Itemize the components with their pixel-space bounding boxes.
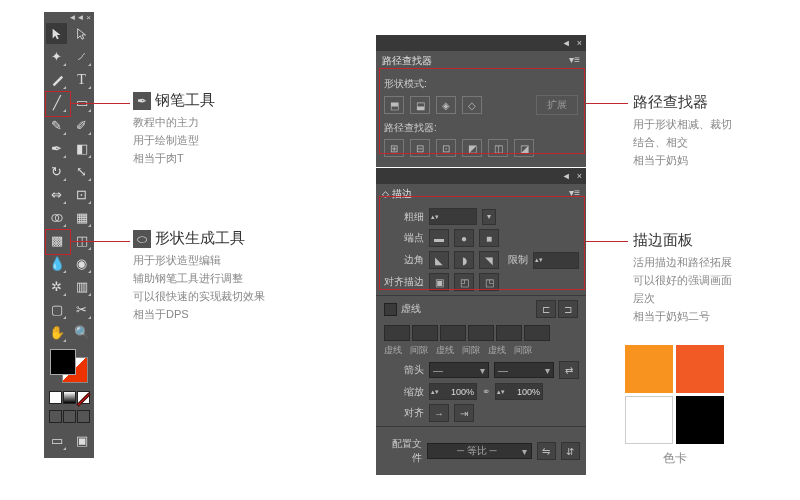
align-center[interactable]: ▣: [429, 273, 449, 291]
selection-tool[interactable]: [46, 23, 67, 44]
outline-icon[interactable]: ◫: [488, 139, 508, 157]
align-outside[interactable]: ◳: [479, 273, 499, 291]
scale-tool[interactable]: ⤡: [71, 161, 92, 182]
align-tip[interactable]: →: [429, 404, 449, 422]
width-tool[interactable]: ⇔: [46, 184, 67, 205]
cap-round[interactable]: ●: [454, 229, 474, 247]
scale-label: 缩放: [382, 385, 424, 399]
shape-builder-tool[interactable]: [46, 207, 67, 228]
corner-round[interactable]: ◗: [454, 251, 474, 269]
fill-gradient[interactable]: [63, 391, 76, 404]
draw-behind[interactable]: [63, 410, 76, 423]
merge-icon[interactable]: ⊡: [436, 139, 456, 157]
dash-align[interactable]: ⊐: [558, 300, 578, 318]
close-icon[interactable]: ×: [86, 14, 91, 22]
scale-start[interactable]: ▴▾100%: [429, 383, 477, 400]
direct-select-tool[interactable]: [71, 23, 92, 44]
leader-line: [586, 103, 628, 104]
draw-inside[interactable]: [77, 410, 90, 423]
collapse-icon[interactable]: ◄◄: [68, 14, 84, 22]
pf-annotation: 路径查找器 用于形状相减、裁切结合、相交相当于奶妈: [633, 93, 800, 169]
flip-x[interactable]: ⇋: [537, 442, 556, 460]
menu-icon[interactable]: ▾≡: [563, 184, 586, 204]
corner-bevel[interactable]: ◥: [479, 251, 499, 269]
align-end[interactable]: ⇥: [454, 404, 474, 422]
line-tool[interactable]: ╱: [46, 92, 67, 113]
pen-tool[interactable]: [46, 69, 67, 90]
pathfinder-tab[interactable]: 路径查找器: [376, 51, 438, 71]
mesh-tool[interactable]: ▩: [46, 230, 67, 251]
fill-mode-row: [49, 391, 90, 404]
limit-input[interactable]: ▴▾: [533, 252, 579, 269]
color-swatch-darkorange: [676, 345, 724, 393]
stroke-tab[interactable]: ◇ 描边: [376, 184, 418, 204]
dash-input[interactable]: [496, 325, 522, 341]
dash-input[interactable]: [384, 325, 410, 341]
dash-input[interactable]: [440, 325, 466, 341]
fill-none[interactable]: [77, 391, 90, 404]
arrow-start[interactable]: — ▾: [429, 362, 489, 378]
rotate-tool[interactable]: ↻: [46, 161, 67, 182]
hand-tool[interactable]: ✋: [46, 322, 67, 343]
unite-icon[interactable]: ⬒: [384, 96, 404, 114]
perspective-tool[interactable]: ▦: [71, 207, 92, 228]
collapse-icon[interactable]: ◄: [562, 171, 571, 181]
intersect-icon[interactable]: ◈: [436, 96, 456, 114]
graph-tool[interactable]: ▥: [71, 276, 92, 297]
blend-tool[interactable]: ◉: [71, 253, 92, 274]
brush-tool[interactable]: ✎: [46, 115, 67, 136]
blob-brush-tool[interactable]: ✒: [46, 138, 67, 159]
exclude-icon[interactable]: ◇: [462, 96, 482, 114]
scale-end[interactable]: ▴▾100%: [495, 383, 543, 400]
trim-icon[interactable]: ⊟: [410, 139, 430, 157]
gap-input[interactable]: [524, 325, 550, 341]
arrow-end[interactable]: — ▾: [494, 362, 554, 378]
menu-icon[interactable]: ▾≡: [563, 51, 586, 71]
gap-input[interactable]: [412, 325, 438, 341]
cap-square[interactable]: ■: [479, 229, 499, 247]
profile-select[interactable]: ─ 等比 ─▾: [427, 443, 532, 459]
shape-annotation: ⬭形状生成工具 用于形状造型编辑辅助钢笔工具进行调整可以很快速的实现裁切效果相当…: [133, 229, 303, 323]
pencil-tool[interactable]: ✐: [71, 115, 92, 136]
swap-arrows[interactable]: ⇄: [559, 361, 579, 379]
corner-label: 边角: [382, 253, 424, 267]
symbol-tool[interactable]: ✲: [46, 276, 67, 297]
artboard-tool[interactable]: ▢: [46, 299, 67, 320]
draw-normal[interactable]: [49, 410, 62, 423]
stroke-annotation: 描边面板 活用描边和路径拓展可以很好的强调画面层次相当于奶妈二号: [633, 231, 800, 325]
screen-mode-2[interactable]: ▣: [71, 430, 92, 451]
stroke-panel: ◄× ◇ 描边▾≡ 粗细▴▾▾ 端点▬●■ 边角◣◗◥限制▴▾ 对齐描边▣◰◳ …: [376, 168, 586, 475]
divide-icon[interactable]: ⊞: [384, 139, 404, 157]
type-tool[interactable]: T: [71, 69, 92, 90]
leader-line: [586, 241, 628, 242]
close-icon[interactable]: ×: [577, 38, 582, 48]
dash-preserve[interactable]: ⊏: [536, 300, 556, 318]
dash-checkbox[interactable]: [384, 303, 397, 316]
eraser-tool[interactable]: ◧: [71, 138, 92, 159]
corner-miter[interactable]: ◣: [429, 251, 449, 269]
screen-mode[interactable]: ▭: [46, 430, 67, 451]
expand-button[interactable]: 扩展: [536, 95, 578, 115]
zoom-tool[interactable]: 🔍: [71, 322, 92, 343]
weight-input[interactable]: ▴▾: [429, 208, 477, 225]
color-swatch[interactable]: [47, 347, 91, 385]
flip-y[interactable]: ⇵: [561, 442, 580, 460]
color-swatch-orange: [625, 345, 673, 393]
slice-tool[interactable]: ✂: [71, 299, 92, 320]
free-transform-tool[interactable]: ⊡: [71, 184, 92, 205]
eyedropper-tool[interactable]: 💧: [46, 253, 67, 274]
minus-back-icon[interactable]: ◪: [514, 139, 534, 157]
fill-solid[interactable]: [49, 391, 62, 404]
weight-label: 粗细: [382, 210, 424, 224]
magic-wand-tool[interactable]: ✦: [46, 46, 67, 67]
gap-input[interactable]: [468, 325, 494, 341]
cards-label: 色卡: [625, 450, 724, 467]
lasso-tool[interactable]: ⟋: [71, 46, 92, 67]
close-icon[interactable]: ×: [577, 171, 582, 181]
cap-butt[interactable]: ▬: [429, 229, 449, 247]
minus-front-icon[interactable]: ⬓: [410, 96, 430, 114]
collapse-icon[interactable]: ◄: [562, 38, 571, 48]
align-inside[interactable]: ◰: [454, 273, 474, 291]
weight-dropdown[interactable]: ▾: [482, 209, 496, 225]
crop-icon[interactable]: ◩: [462, 139, 482, 157]
